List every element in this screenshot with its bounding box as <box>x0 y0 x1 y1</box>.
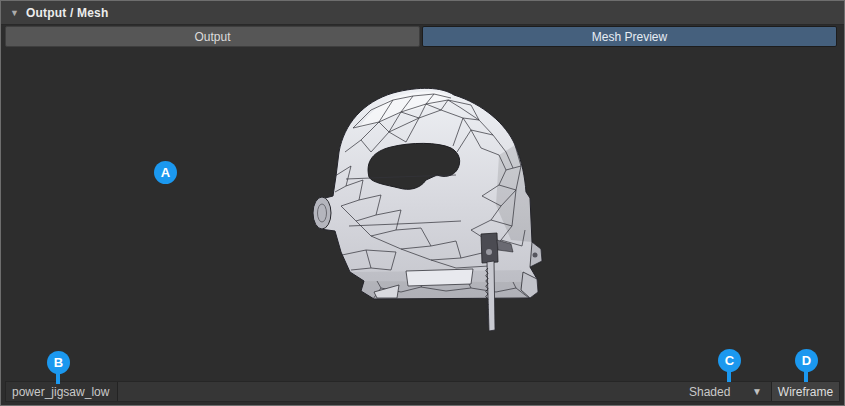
jigsaw-mesh-render <box>1 47 844 381</box>
callout-marker-d: D <box>795 349 818 372</box>
callout-letter: A <box>161 165 170 180</box>
callout-stem <box>804 370 808 382</box>
preview-status-bar: power_jigsaw_low Shaded ▼ Wireframe <box>5 381 840 402</box>
mesh-name-label: power_jigsaw_low <box>6 382 118 401</box>
chevron-down-icon: ▼ <box>752 386 762 397</box>
callout-stem <box>727 370 731 382</box>
status-bar-spacer <box>118 382 681 401</box>
panel-title: Output / Mesh <box>26 6 109 20</box>
tab-bar: Output Mesh Preview <box>5 26 837 47</box>
callout-letter: C <box>725 353 734 368</box>
callout-stem <box>56 372 60 384</box>
callout-marker-c: C <box>718 349 741 372</box>
callout-letter: D <box>802 353 811 368</box>
tab-output[interactable]: Output <box>5 26 420 47</box>
shading-mode-value: Shaded <box>689 385 730 399</box>
tab-mesh-preview[interactable]: Mesh Preview <box>422 26 837 47</box>
shading-mode-dropdown[interactable]: Shaded ▼ <box>681 382 771 401</box>
mesh-preview-viewport[interactable] <box>1 47 844 381</box>
callout-marker-b: B <box>47 351 70 374</box>
callout-marker-a: A <box>154 161 177 184</box>
callout-letter: B <box>54 355 63 370</box>
foldout-triangle-icon[interactable]: ▼ <box>10 8 19 18</box>
wireframe-toggle[interactable]: Wireframe <box>771 382 839 401</box>
panel-header: ▼ Output / Mesh <box>1 1 844 25</box>
output-mesh-panel: ▼ Output / Mesh Output Mesh Preview <box>0 0 845 406</box>
